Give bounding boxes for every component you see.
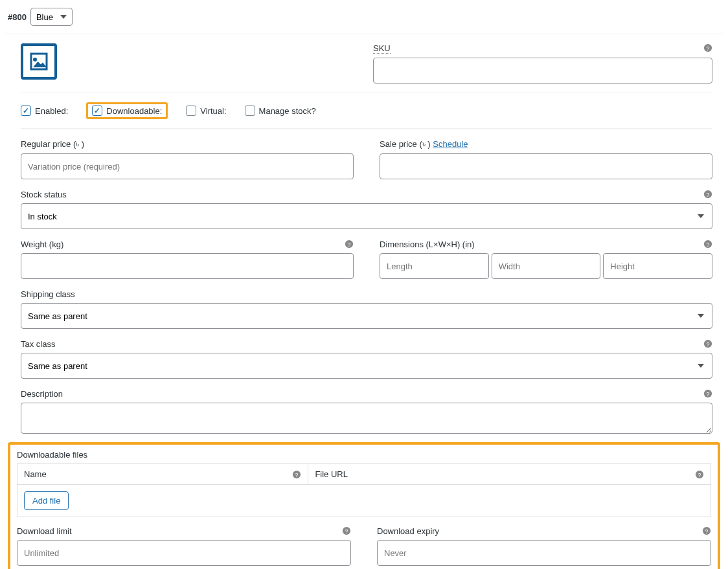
- svg-text:?: ?: [707, 45, 710, 52]
- svg-text:?: ?: [707, 192, 710, 198]
- download-expiry-input[interactable]: [377, 540, 711, 566]
- weight-label: Weight (kg): [21, 240, 354, 249]
- regular-price-input[interactable]: [21, 153, 354, 179]
- width-input[interactable]: [492, 253, 601, 279]
- virtual-checkbox[interactable]: [186, 106, 196, 116]
- download-limit-input[interactable]: [17, 540, 351, 566]
- svg-text:?: ?: [707, 391, 710, 397]
- help-icon[interactable]: ?: [702, 526, 711, 535]
- sale-price-label: Sale price (৳ ) Schedule: [380, 139, 712, 150]
- downloadable-checkbox-item[interactable]: Downloadable:: [92, 106, 162, 116]
- sku-label: SKU: [373, 43, 391, 54]
- length-input[interactable]: [380, 253, 489, 279]
- stock-status-label: Stock status: [21, 190, 712, 199]
- virtual-checkbox-item[interactable]: Virtual:: [186, 106, 226, 116]
- weight-input[interactable]: [21, 253, 354, 279]
- svg-text:?: ?: [345, 528, 348, 535]
- help-icon[interactable]: ?: [292, 470, 301, 479]
- description-textarea[interactable]: [21, 403, 712, 434]
- svg-text:?: ?: [348, 241, 351, 248]
- svg-text:?: ?: [295, 471, 299, 478]
- stock-status-select[interactable]: In stock: [21, 203, 712, 229]
- regular-price-label: Regular price (৳ ): [21, 139, 354, 150]
- dimensions-label: Dimensions (L×W×H) (in): [380, 240, 712, 249]
- variation-header: #800 Blue: [5, 5, 723, 34]
- enabled-checkbox[interactable]: [21, 106, 31, 116]
- sku-input[interactable]: [373, 58, 712, 84]
- variation-image-uploader[interactable]: [21, 43, 57, 80]
- help-icon[interactable]: ?: [703, 190, 712, 199]
- variation-panel: SKU ? Enabled: Downloadable: Virtual: Ma…: [10, 34, 723, 436]
- image-icon: [27, 50, 51, 73]
- help-icon[interactable]: ?: [342, 526, 351, 535]
- tax-class-select[interactable]: Same as parent: [21, 353, 712, 379]
- svg-text:?: ?: [707, 341, 710, 348]
- enabled-checkbox-item[interactable]: Enabled:: [21, 106, 68, 116]
- downloadable-checkbox[interactable]: [92, 106, 102, 116]
- attribute-select[interactable]: Blue: [30, 8, 73, 26]
- help-icon[interactable]: ?: [703, 339, 712, 348]
- add-file-button[interactable]: Add file: [24, 491, 69, 510]
- svg-text:?: ?: [705, 528, 709, 535]
- manage-stock-checkbox-item[interactable]: Manage stock?: [245, 106, 316, 116]
- downloadable-files-section: Downloadable files Name ? File URL ? Add…: [8, 442, 720, 569]
- schedule-link[interactable]: Schedule: [433, 139, 468, 149]
- downloadable-files-header: Name ? File URL ?: [17, 463, 711, 485]
- height-input[interactable]: [603, 253, 712, 279]
- download-limit-label: Download limit: [17, 526, 351, 536]
- col-file-url: File URL: [315, 469, 348, 479]
- sale-price-input[interactable]: [380, 153, 712, 179]
- help-icon[interactable]: ?: [703, 240, 712, 249]
- variation-id: #800: [8, 12, 27, 22]
- tax-class-label: Tax class: [21, 339, 712, 349]
- help-icon[interactable]: ?: [703, 389, 712, 398]
- description-label: Description: [21, 389, 712, 399]
- shipping-class-label: Shipping class: [21, 289, 712, 299]
- col-name: Name: [24, 469, 47, 479]
- shipping-class-select[interactable]: Same as parent: [21, 303, 712, 329]
- downloadable-files-label: Downloadable files: [17, 450, 711, 460]
- download-expiry-label: Download expiry: [377, 526, 711, 536]
- manage-stock-checkbox[interactable]: [245, 106, 255, 116]
- checkbox-row: Enabled: Downloadable: Virtual: Manage s…: [21, 93, 712, 129]
- help-icon[interactable]: ?: [703, 43, 712, 52]
- svg-text:?: ?: [698, 471, 701, 478]
- svg-text:?: ?: [707, 241, 710, 248]
- help-icon[interactable]: ?: [345, 240, 354, 249]
- downloadable-highlight: Downloadable:: [86, 102, 168, 119]
- help-icon[interactable]: ?: [695, 470, 704, 479]
